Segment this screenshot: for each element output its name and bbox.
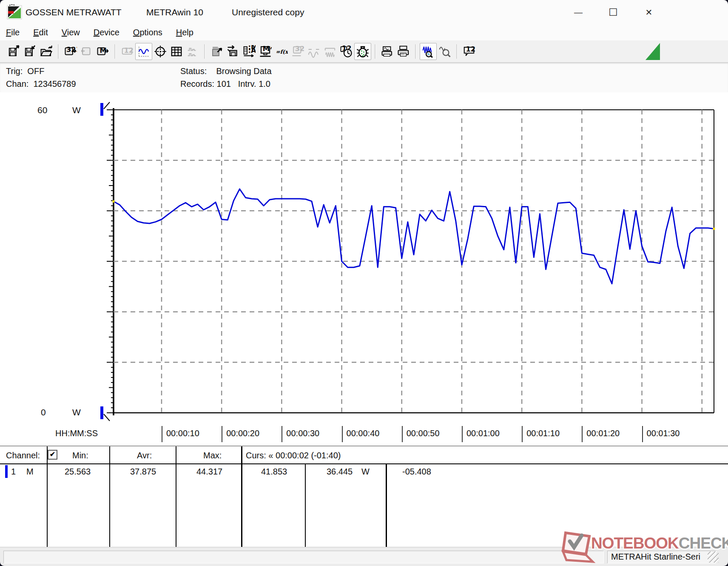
col-min: Min:	[72, 451, 88, 460]
avr-value: 37.875	[130, 467, 156, 477]
write-device-321-icon[interactable]	[79, 43, 95, 60]
formula-icon[interactable]: =f(x)	[273, 43, 290, 60]
menu-bar: File Edit View Device Options Help	[0, 25, 728, 41]
trig-status: Trig: OFF	[6, 66, 44, 76]
channel-table: Channel: ✔ Min: Avr: Max: Curs: « 00:00:…	[0, 446, 728, 548]
max-value: 44.317	[196, 467, 222, 477]
print-preview-icon[interactable]	[379, 43, 395, 60]
menu-help[interactable]: Help	[169, 28, 200, 37]
time-axis-labels: HH:MM:SS 00:00:1000:00:2000:00:3000:00:4…	[0, 423, 728, 443]
cursor-a-value: 41.853	[261, 467, 287, 477]
zoom-out-wave-icon[interactable]	[437, 43, 453, 60]
toolbar-separator	[456, 44, 458, 59]
resize-grip[interactable]	[708, 552, 719, 563]
display-values-icon[interactable]: 1257	[119, 43, 135, 60]
info-panel: Trig: OFF Chan: 123456789 Status: Browsi…	[0, 63, 728, 93]
print-icon[interactable]	[395, 43, 412, 60]
delta-value: -05.408	[402, 467, 431, 477]
svg-text:321: 321	[66, 46, 77, 54]
histogram-icon[interactable]	[185, 43, 201, 60]
open-folder-icon[interactable]	[38, 43, 54, 60]
time-tick-label: 00:00:40	[342, 426, 380, 442]
svg-text:M: M	[100, 46, 107, 54]
toolbar-separator	[58, 44, 59, 59]
channel-setup-icon[interactable]: :M::A:	[241, 43, 257, 60]
import-setup-icon[interactable]	[225, 43, 241, 60]
time-format-label: HH:MM:SS	[55, 429, 98, 438]
time-tick-label: 00:01:20	[582, 426, 620, 442]
record-count: Records: 101 Intrv. 1.0	[180, 79, 270, 89]
time-tick-label: 00:00:20	[222, 426, 259, 442]
time-tick-label: 00:01:00	[462, 426, 500, 442]
close-button[interactable]: ✕	[636, 4, 662, 20]
resize-corner-icon	[646, 43, 660, 60]
channel-number: 1	[11, 467, 16, 477]
annotation-icon[interactable]: 123!	[461, 43, 477, 60]
min-value: 25.563	[65, 467, 91, 477]
col-max: Max:	[203, 451, 222, 460]
svg-text:123!: 123!	[466, 45, 476, 53]
connected-device: METRAHit Starline-Seri	[607, 551, 716, 563]
channel-color-marker	[5, 465, 8, 478]
menu-device[interactable]: Device	[87, 28, 126, 37]
time-tick-label: 00:00:30	[282, 426, 319, 442]
save-file-icon[interactable]	[6, 43, 22, 60]
menu-options[interactable]: Options	[126, 28, 169, 37]
cursor-b-value: 36.445	[327, 467, 353, 477]
debug-bug-icon[interactable]	[354, 43, 371, 60]
svg-text:M∿: M∿	[263, 45, 272, 53]
table-view-icon[interactable]	[168, 43, 185, 60]
license-status: Unregistered copy	[232, 7, 304, 17]
app-window: GOSSEN METRAWATT METRAwin 10 Unregistere…	[0, 0, 728, 566]
gossen-metrawatt-logo-icon	[7, 4, 23, 20]
brand-name: GOSSEN METRAWATT	[26, 7, 122, 17]
menu-edit[interactable]: Edit	[26, 28, 54, 37]
svg-text:=f(x): =f(x)	[276, 49, 288, 55]
svg-text::A:: :A:	[248, 46, 256, 54]
time-tick-label: 00:00:10	[162, 426, 199, 442]
toolbar-separator	[204, 44, 205, 59]
col-channel: Channel:	[6, 451, 40, 460]
save-as-icon[interactable]	[22, 43, 38, 60]
scope-crosshair-icon[interactable]	[152, 43, 168, 60]
status-message-area	[3, 551, 604, 563]
y-max-label: 60	[37, 105, 47, 115]
minimize-button[interactable]: —	[566, 4, 591, 20]
menu-file[interactable]: File	[0, 28, 26, 37]
zoom-in-wave-icon[interactable]	[420, 43, 437, 60]
channel-list: Chan: 123456789	[6, 79, 76, 89]
channel-checkbox[interactable]: ✔	[48, 450, 57, 460]
export-data-icon[interactable]	[209, 43, 225, 60]
coil-icon[interactable]	[322, 43, 338, 60]
browse-status: Status: Browsing Data	[180, 66, 272, 76]
timer-icon[interactable]: 12	[338, 43, 354, 60]
title-bar: GOSSEN METRAWATT METRAwin 10 Unregistere…	[0, 0, 728, 25]
col-avr: Avr:	[137, 451, 152, 460]
time-tick-label: 00:01:10	[522, 426, 560, 442]
line-chart-icon[interactable]	[135, 43, 152, 60]
svg-text:1257: 1257	[124, 46, 134, 54]
chart-area[interactable]: 60 W 0 W HH:MM:SS 00:00:1000:00:2000:00:…	[0, 92, 728, 446]
power-trend-plot[interactable]	[0, 92, 728, 446]
y-unit-top-label: W	[72, 105, 81, 115]
read-device-321-icon[interactable]: 321	[63, 43, 79, 60]
menu-view[interactable]: View	[55, 28, 87, 37]
time-tick-label: 00:01:30	[642, 426, 680, 442]
svg-text:321: 321	[295, 45, 304, 53]
read-memory-icon[interactable]: M	[95, 43, 111, 60]
y-min-label: 0	[41, 407, 46, 417]
app-title: METRAwin 10	[146, 7, 203, 17]
analog-waves-icon[interactable]	[306, 43, 322, 60]
cursor-b-unit: W	[361, 467, 370, 477]
toolbar: 321 M 1257 :M::A: M∿ =f(x) 321 12 123!	[0, 40, 728, 63]
toolbar-separator	[375, 44, 376, 59]
toolbar-separator	[114, 44, 116, 59]
time-tick-label: 00:00:50	[402, 426, 440, 442]
toolbar-separator	[415, 44, 416, 59]
channel-mode: M	[26, 467, 34, 477]
y-unit-bottom-label: W	[72, 407, 81, 417]
device-321-offline-icon[interactable]: 321	[290, 43, 306, 60]
monitor-online-icon[interactable]: M∿	[257, 43, 273, 60]
maximize-button[interactable]: ☐	[600, 4, 626, 20]
status-bar: METRAHit Starline-Seri	[0, 547, 728, 566]
